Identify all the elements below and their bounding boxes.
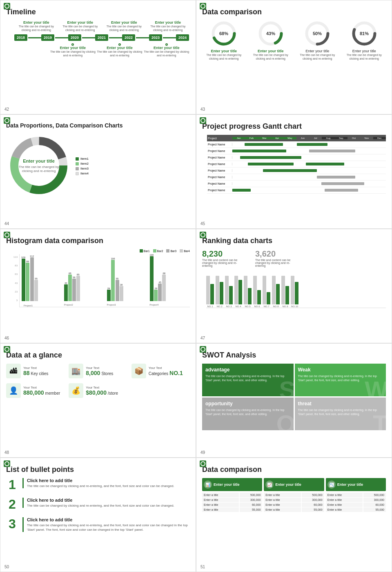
circle-2[interactable]: 43% Enter your title The title can be ch… <box>249 20 293 60</box>
swot-w-letter: W <box>365 378 386 396</box>
tl-top-4[interactable]: Enter your title The title can be change… <box>146 20 190 32</box>
legend-text-4: Bar4 <box>184 250 190 252</box>
glance-item-member[interactable]: 👤 Your Text 880,000 member <box>6 383 65 398</box>
donut-svg-2: 43% <box>258 20 284 47</box>
dc-header-1[interactable]: 📊 Enter your title <box>202 478 262 491</box>
glance-item-stores[interactable]: 🏬 Your Text 8,000 Stores <box>69 364 127 378</box>
dc-key-2-1: Enter a title <box>202 498 239 502</box>
svg-text:clicking and re-entering: clicking and re-entering <box>22 169 56 173</box>
slide-icon-51 <box>200 460 206 467</box>
bullet-title-1: Click here to add title <box>27 478 174 483</box>
tl-top-1-desc: The title can be changed by clicking and… <box>14 25 58 32</box>
swot-weak-title: Weak <box>298 367 383 373</box>
slide-icon-42 <box>4 3 10 9</box>
tl-top-1[interactable]: Enter your title The title can be change… <box>14 20 58 32</box>
circle-1-desc: The title can be changed by clicking and… <box>202 53 246 60</box>
rank-gray-10 <box>291 276 294 304</box>
member-value-row: 880,000 member <box>23 389 60 396</box>
rank-gray-9 <box>281 276 285 304</box>
bullet-content-1: Click here to add title The title can be… <box>22 478 174 488</box>
ranking-bar-chart: NO.1 NO.2 NO.3 <box>206 271 386 308</box>
legend-bar4: Bar4 <box>180 249 190 252</box>
cities-value-row: 88 Key cities <box>23 370 48 376</box>
histo-y-axis: 113 83 63 43 23 3 <box>13 254 18 307</box>
member-value: 880,000 <box>23 389 44 396</box>
gantt-header: Project Jan Feb Mar Apr May Jun Jul Aug … <box>207 135 386 141</box>
gantt-row-8-name: Project Name <box>207 189 232 192</box>
swot-t-letter: T <box>373 412 386 430</box>
member-label: Your Text <box>23 386 60 389</box>
circle-4[interactable]: 81% Enter your title The title can be ch… <box>343 20 386 60</box>
slide-49: SWOT Analysis S advantage The title can … <box>196 343 392 458</box>
glance-item-categories[interactable]: 📦 Your Text Categories NO.1 <box>131 364 190 378</box>
gantt-row-6-name: Project Name <box>207 176 232 179</box>
dc-key-3-3: Enter a title <box>326 503 363 507</box>
tl-top-2-desc: The title can be changed by clicking and… <box>58 25 102 32</box>
swot-advantage[interactable]: S advantage The title can be changed by … <box>202 364 294 396</box>
tc-3 <box>82 37 95 38</box>
dc-header-3[interactable]: 📉 Enter your title <box>326 478 386 491</box>
bullet-desc-3: The title can be changed by clicking and… <box>27 523 190 532</box>
glance-item-revenue[interactable]: 💰 Your Text $80,000 /store <box>69 383 127 398</box>
tl-top-3[interactable]: Enter your title The title can be change… <box>102 20 146 32</box>
circle-1[interactable]: 68% Enter your title The title can be ch… <box>202 20 246 60</box>
legend-text-1: Bar1 <box>144 250 150 252</box>
dc-key-3-1: Enter a title <box>202 503 239 507</box>
year-2021[interactable]: 2021 <box>95 34 108 41</box>
tl-bot-2[interactable]: Enter your title The title can be change… <box>96 43 143 57</box>
gantt-row-3-bars <box>232 154 386 161</box>
swot-threat[interactable]: T threat The title can be changed by cli… <box>295 398 386 430</box>
histo-bar-4a <box>150 256 154 301</box>
histo-bar-3b <box>111 260 115 301</box>
swot-opportunity[interactable]: O opportunity The title can be changed b… <box>202 398 294 430</box>
year-2024[interactable]: 2024 <box>176 34 189 41</box>
year-2022[interactable]: 2022 <box>122 34 135 41</box>
gantt-row-2-name: Project Name <box>207 150 232 152</box>
slide-icon-45 <box>200 117 206 124</box>
gantt-bar-7a <box>321 182 364 185</box>
rank-label-10: NO.10 <box>291 305 298 308</box>
rank-label-6: NO.6 <box>254 305 260 308</box>
rank-label-2: NO.2 <box>216 305 222 308</box>
dc-key-4-2: Enter a title <box>264 507 301 512</box>
year-2023[interactable]: 2023 <box>149 34 162 41</box>
tl-top-4-title: Enter your title <box>146 20 190 25</box>
dc-header-2[interactable]: 📈 Enter your title <box>264 478 324 491</box>
rank-label-8: NO.8 <box>273 305 278 308</box>
slide-number-46: 46 <box>4 336 9 340</box>
year-2018[interactable]: 2018 <box>14 34 27 41</box>
gantt-row-7: Project Name <box>207 181 386 187</box>
ranking-content: 8,230 The title and content can be chang… <box>202 249 386 308</box>
tl-top-4-desc: The title can be changed by clicking and… <box>146 25 190 32</box>
member-unit: member <box>45 391 60 395</box>
circle-3[interactable]: 50% Enter your title The title can be ch… <box>296 20 339 60</box>
year-2020[interactable]: 2020 <box>68 34 81 41</box>
histo-bar-4d-wrap: 68 <box>162 272 166 301</box>
rank-gray-1 <box>206 276 210 304</box>
legend-label-4: Item4 <box>80 172 89 175</box>
slide-icon-49 <box>200 346 206 353</box>
bullet-item-1[interactable]: 1 Click here to add title The title can … <box>6 478 190 491</box>
histo-bar-1a-wrap: 109 <box>21 256 25 301</box>
tl-top-2[interactable]: Enter your title The title can be change… <box>58 20 102 32</box>
bullet-item-3[interactable]: 3 Click here to add title The title can … <box>6 517 190 532</box>
gantt-bar-6a <box>317 176 355 179</box>
dc-val-3-2: 60,000 <box>302 503 324 507</box>
gantt-bar-4a <box>248 163 294 165</box>
glance-item-cities[interactable]: 🏙 Your Text 88 Key cities <box>6 364 65 378</box>
swot-weak[interactable]: W Weak The title can be changed by click… <box>295 364 386 396</box>
proportions-content: Enter your title The title can be change… <box>6 133 190 198</box>
ranking-numbers-row: 8,230 The title and content can be chang… <box>202 249 386 267</box>
dc-cell-1-1: Enter a title 500,000 <box>202 493 262 497</box>
tl-bot-3[interactable]: Enter your title The title can be change… <box>143 43 190 57</box>
histo-bar-3c <box>116 280 119 301</box>
tl-bot-1[interactable]: Enter your title The title can be change… <box>49 43 96 57</box>
bullet-title-2: Click here to add title <box>27 498 174 503</box>
gantt-month-sep: Sep <box>335 137 347 139</box>
year-2019[interactable]: 2019 <box>41 34 54 41</box>
y-63: 63 <box>13 273 18 275</box>
dc-cell-4-3: Enter a title 55,000 <box>326 507 386 512</box>
bullet-item-2[interactable]: 2 Click here to add title The title can … <box>6 498 190 511</box>
tl-top-3-title: Enter your title <box>102 20 146 25</box>
rank-label-3: NO.3 <box>226 305 232 308</box>
